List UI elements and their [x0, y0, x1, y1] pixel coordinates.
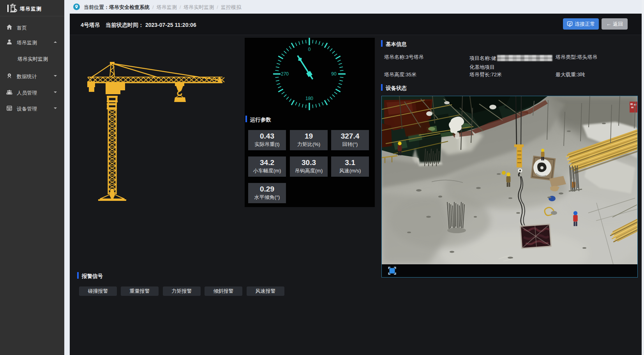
- svg-text:270: 270: [281, 71, 289, 77]
- svg-text:0: 0: [308, 47, 311, 52]
- svg-text:90: 90: [331, 71, 337, 77]
- svg-text:180: 180: [305, 96, 313, 101]
